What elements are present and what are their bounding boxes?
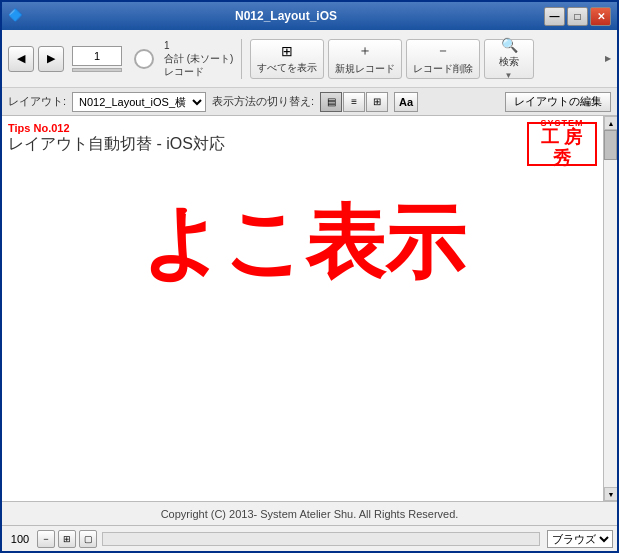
copyright-text: Copyright (C) 2013- System Atelier Shu. …: [8, 508, 611, 520]
logo-kobo-text: 工 房: [541, 128, 582, 146]
toolbar: ◀ ▶ 1 合計 (未ソート) レコード ⊞ すべてを表示 ＋ 新規レコード －: [2, 30, 617, 88]
record-area: Tips No.012 レイアウト自動切替 - iOS対応 SYSTEM 工 房…: [2, 116, 617, 501]
search-label: 検索: [499, 55, 519, 69]
view-switch-label: 表示方法の切り替え:: [212, 94, 314, 109]
search-icon: 🔍: [501, 37, 518, 53]
tips-number: Tips No.012: [8, 122, 225, 134]
search-chevron-icon: ▼: [504, 71, 512, 80]
layout-label: レイアウト:: [8, 94, 66, 109]
new-record-button[interactable]: ＋ 新規レコード: [328, 39, 402, 79]
record-summary-line2: レコード: [164, 65, 233, 78]
logo-row: 工 房: [541, 128, 582, 146]
layout-select[interactable]: N012_Layout_iOS_横: [72, 92, 206, 112]
maximize-button[interactable]: □: [567, 7, 588, 26]
main-window: 🔷 N012_Layout_iOS — □ ✕ ◀ ▶ 1 合計 (未ソート) …: [0, 0, 619, 553]
title-bar: 🔷 N012_Layout_iOS — □ ✕: [2, 2, 617, 30]
delete-record-label: レコード削除: [413, 62, 473, 76]
search-button[interactable]: 🔍 検索 ▼: [484, 39, 534, 79]
main-display-text: よこ表示: [141, 190, 465, 298]
view-list-button[interactable]: ≡: [343, 92, 365, 112]
mode-select[interactable]: ブラウズ: [547, 530, 613, 548]
scroll-down-arrow[interactable]: ▼: [604, 487, 617, 501]
new-record-icon: ＋: [358, 42, 372, 60]
tips-header-left: Tips No.012 レイアウト自動切替 - iOS対応: [8, 122, 225, 163]
delete-record-button[interactable]: － レコード削除: [406, 39, 480, 79]
show-all-label: すべてを表示: [257, 61, 317, 75]
horizontal-scrollbar[interactable]: [102, 532, 540, 546]
bottom-controls: 100 − ⊞ ▢ ブラウズ: [2, 525, 617, 551]
zoom-grid-button[interactable]: ⊞: [58, 530, 76, 548]
toolbar-overflow-button[interactable]: ▶: [605, 54, 611, 63]
font-size-button[interactable]: Aa: [394, 92, 418, 112]
titlebar-controls: — □ ✕: [544, 7, 611, 26]
zoom-value: 100: [6, 533, 34, 545]
record-total-line: 1: [164, 39, 233, 52]
main-display-area: よこ表示: [8, 170, 597, 318]
circle-indicator: [134, 49, 154, 69]
layout-bar: レイアウト: N012_Layout_iOS_横 表示方法の切り替え: ▤ ≡ …: [2, 88, 617, 116]
status-bar: Copyright (C) 2013- System Atelier Shu. …: [2, 501, 617, 525]
minimize-button[interactable]: —: [544, 7, 565, 26]
toolbar-separator-1: [241, 39, 242, 79]
delete-record-icon: －: [436, 42, 450, 60]
record-title: レイアウト自動切替 - iOS対応: [8, 134, 225, 155]
nav-back-button[interactable]: ◀: [8, 46, 34, 72]
window-title: N012_Layout_iOS: [28, 9, 544, 23]
logo-box: SYSTEM 工 房 秀: [527, 122, 597, 166]
scroll-thumb-area: [604, 130, 617, 487]
main-content: ▲ ▼ Tips No.012 レイアウト自動切替 - iOS対応 SYSTEM…: [2, 116, 617, 501]
record-summary-line1: 合計 (未ソート): [164, 52, 233, 65]
record-number-input[interactable]: [72, 46, 122, 66]
show-all-button[interactable]: ⊞ すべてを表示: [250, 39, 324, 79]
nav-forward-button[interactable]: ▶: [38, 46, 64, 72]
view-table-button[interactable]: ⊞: [366, 92, 388, 112]
scroll-up-arrow[interactable]: ▲: [604, 116, 617, 130]
show-all-icon: ⊞: [281, 43, 293, 59]
record-info: 1 合計 (未ソート) レコード: [164, 39, 233, 78]
edit-layout-button[interactable]: レイアウトの編集: [505, 92, 611, 112]
record-input-group: [72, 46, 122, 72]
record-slider[interactable]: [72, 68, 122, 72]
logo-shu-text: 秀: [553, 146, 571, 170]
loading-circle: [134, 49, 154, 69]
zoom-minus-button[interactable]: −: [37, 530, 55, 548]
app-icon: 🔷: [8, 8, 24, 24]
view-form-button[interactable]: ▤: [320, 92, 342, 112]
scroll-thumb[interactable]: [604, 130, 617, 160]
tips-header: Tips No.012 レイアウト自動切替 - iOS対応 SYSTEM 工 房…: [8, 122, 597, 166]
close-button[interactable]: ✕: [590, 7, 611, 26]
vertical-scrollbar[interactable]: ▲ ▼: [603, 116, 617, 501]
zoom-resize-button[interactable]: ▢: [79, 530, 97, 548]
new-record-label: 新規レコード: [335, 62, 395, 76]
view-toggle: ▤ ≡ ⊞: [320, 92, 388, 112]
